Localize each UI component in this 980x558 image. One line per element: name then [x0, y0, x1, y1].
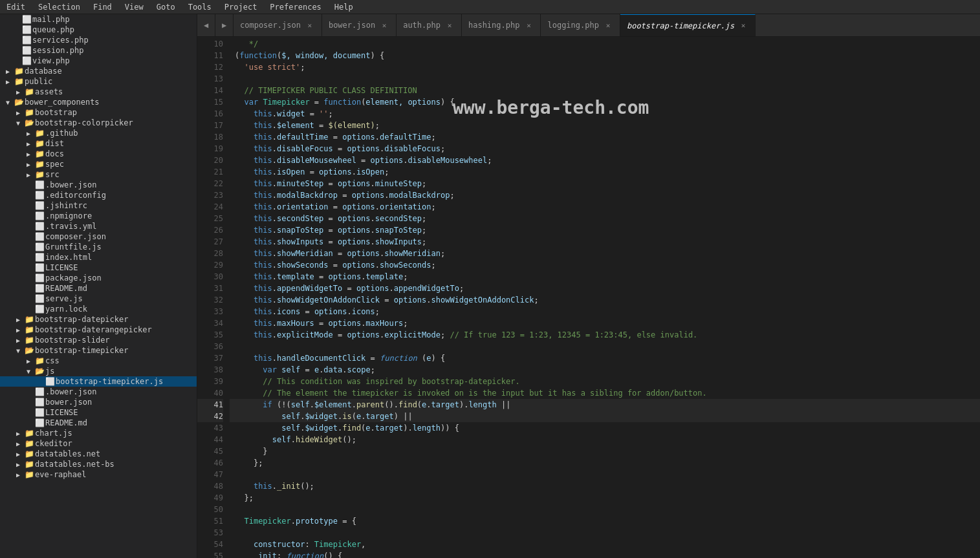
- line-number: 13: [197, 73, 223, 85]
- menu-goto[interactable]: Goto: [150, 1, 182, 13]
- folder-arrow: ▼: [13, 347, 23, 354]
- tab-auth-php[interactable]: auth.php ✕: [397, 14, 462, 37]
- list-item[interactable]: ▶ 📁 bootstrap-datepicker: [0, 314, 197, 325]
- line-number: 55: [197, 550, 223, 558]
- tab-composer-json[interactable]: composer.json ✕: [234, 14, 322, 37]
- line-number: 21: [197, 166, 223, 178]
- list-item[interactable]: ▶ 📁 public: [0, 76, 197, 87]
- line-number: 22: [197, 178, 223, 189]
- file-icon: ⬜: [44, 377, 56, 386]
- tab-label: auth.php: [403, 21, 441, 30]
- line-number: 50: [197, 504, 223, 515]
- list-item[interactable]: ▶ 📁 bootstrap-slider: [0, 335, 197, 345]
- tab-prev-button[interactable]: ◀: [197, 14, 215, 37]
- file-label: .jshintrc: [45, 201, 87, 210]
- tab-close-button[interactable]: ✕: [305, 20, 315, 30]
- menu-preferences[interactable]: Preferences: [263, 1, 327, 13]
- list-item[interactable]: ⬜ view.php: [0, 56, 197, 66]
- menu-find[interactable]: Find: [87, 1, 118, 13]
- file-icon: ⬜: [34, 398, 45, 407]
- tab-bootstrap-timepicker-js[interactable]: bootstrap-timepicker.js ✕: [620, 14, 756, 37]
- folder-arrow: ▶: [13, 337, 23, 344]
- list-item[interactable]: ▶ 📁 css: [0, 356, 197, 366]
- list-item[interactable]: ▶ 📁 datatables.net: [0, 449, 197, 459]
- line-number: 25: [197, 213, 223, 224]
- code-line: this.minuteStep = options.minuteStep;: [230, 178, 980, 189]
- list-item[interactable]: ▶ 📁 src: [0, 169, 197, 180]
- line-number: 39: [197, 376, 223, 387]
- list-item[interactable]: ⬜ .jshintrc: [0, 200, 197, 211]
- list-item[interactable]: ⬜ .bower.json: [0, 180, 197, 190]
- list-item[interactable]: ⬜ LICENSE: [0, 263, 197, 273]
- list-item[interactable]: ⬜ LICENSE: [0, 407, 197, 418]
- line-number: 24: [197, 201, 223, 213]
- list-item[interactable]: ▶ 📁 docs: [0, 149, 197, 159]
- code-line: var self = e.data.scope;: [230, 364, 980, 376]
- code-content: */ (function($, window, document) { 'use…: [230, 37, 980, 558]
- tab-logging-php[interactable]: logging.php ✕: [541, 14, 620, 37]
- list-item[interactable]: ⬜ .bower.json: [0, 387, 197, 397]
- list-item[interactable]: ▶ 📁 assets: [0, 87, 197, 97]
- tab-close-button[interactable]: ✕: [379, 20, 389, 30]
- menu-help[interactable]: Help: [328, 1, 360, 13]
- list-item[interactable]: ⬜ mail.php: [0, 14, 197, 25]
- menu-view[interactable]: View: [118, 1, 150, 13]
- list-item[interactable]: ▶ 📁 dist: [0, 138, 197, 149]
- list-item[interactable]: ⬜ .npmignore: [0, 211, 197, 221]
- menu-selection[interactable]: Selection: [32, 1, 87, 13]
- code-line: this.handleDocumentClick = function (e) …: [230, 352, 980, 364]
- list-item[interactable]: ⬜ .travis.yml: [0, 221, 197, 231]
- list-item[interactable]: ▶ 📁 bootstrap: [0, 107, 197, 118]
- file-label: README.md: [45, 284, 87, 293]
- list-item[interactable]: ▶ 📁 eve-raphael: [0, 469, 197, 480]
- line-number: 54: [197, 539, 223, 550]
- list-item[interactable]: ⬜ queue.php: [0, 25, 197, 35]
- list-item[interactable]: ⬜ serve.js: [0, 294, 197, 304]
- list-item[interactable]: ▶ 📁 .github: [0, 128, 197, 138]
- tab-bower-json[interactable]: bower.json ✕: [322, 14, 397, 37]
- list-item[interactable]: ▶ 📁 chart.js: [0, 428, 197, 438]
- folder-icon: 📁: [23, 315, 35, 324]
- list-item[interactable]: ▼ 📂 bower_components: [0, 97, 197, 107]
- list-item[interactable]: ⬜ index.html: [0, 252, 197, 263]
- folder-icon: 📁: [23, 429, 35, 438]
- list-item[interactable]: ▼ 📂 bootstrap-colorpicker: [0, 118, 197, 128]
- list-item[interactable]: ⬜ yarn.lock: [0, 304, 197, 314]
- code-line: this.snapToStep = options.snapToStep;: [230, 224, 980, 236]
- tab-next-button[interactable]: ▶: [215, 14, 234, 37]
- list-item[interactable]: ▶ 📁 datatables.net-bs: [0, 459, 197, 469]
- folder-label: js: [45, 367, 54, 376]
- file-icon: ⬜: [21, 36, 32, 45]
- list-item[interactable]: ▶ 📁 bootstrap-daterangepicker: [0, 325, 197, 335]
- list-item[interactable]: ▶ 📁 spec: [0, 159, 197, 169]
- list-item[interactable]: ▶ 📁 database: [0, 66, 197, 76]
- list-item[interactable]: ⬜ README.md: [0, 283, 197, 294]
- folder-arrow: ▶: [23, 140, 34, 147]
- tab-close-button[interactable]: ✕: [738, 21, 748, 31]
- tab-close-button[interactable]: ✕: [523, 20, 534, 30]
- code-line: this.icons = options.icons;: [230, 306, 980, 317]
- menu-tools[interactable]: Tools: [182, 1, 218, 13]
- list-item[interactable]: ▼ 📂 js: [0, 366, 197, 376]
- menu-project[interactable]: Project: [218, 1, 264, 13]
- list-item[interactable]: ⬜ Gruntfile.js: [0, 242, 197, 252]
- file-icon: ⬜: [34, 222, 45, 231]
- line-number: 48: [197, 480, 223, 492]
- list-item[interactable]: ⬜ README.md: [0, 418, 197, 428]
- list-item[interactable]: ⬜ services.php: [0, 35, 197, 45]
- list-item[interactable]: ⬜ session.php: [0, 45, 197, 56]
- code-editor[interactable]: 10 11 12 13 14 15 16 17 18 19 20 21 22 2…: [197, 37, 980, 558]
- tab-label: bower.json: [329, 21, 375, 30]
- list-item[interactable]: ▶ 📁 ckeditor: [0, 438, 197, 449]
- code-line: [230, 73, 980, 85]
- menu-edit[interactable]: Edit: [0, 1, 32, 13]
- list-item[interactable]: ⬜ package.json: [0, 273, 197, 283]
- tab-close-button[interactable]: ✕: [603, 20, 613, 30]
- tab-close-button[interactable]: ✕: [444, 20, 455, 30]
- tab-hashing-php[interactable]: hashing.php ✕: [462, 14, 541, 37]
- list-item[interactable]: ⬜ bootstrap-timepicker.js: [0, 376, 197, 387]
- list-item[interactable]: ⬜ composer.json: [0, 231, 197, 242]
- list-item[interactable]: ⬜ .editorconfig: [0, 190, 197, 200]
- list-item[interactable]: ▼ 📂 bootstrap-timepicker: [0, 345, 197, 356]
- list-item[interactable]: ⬜ bower.json: [0, 397, 197, 407]
